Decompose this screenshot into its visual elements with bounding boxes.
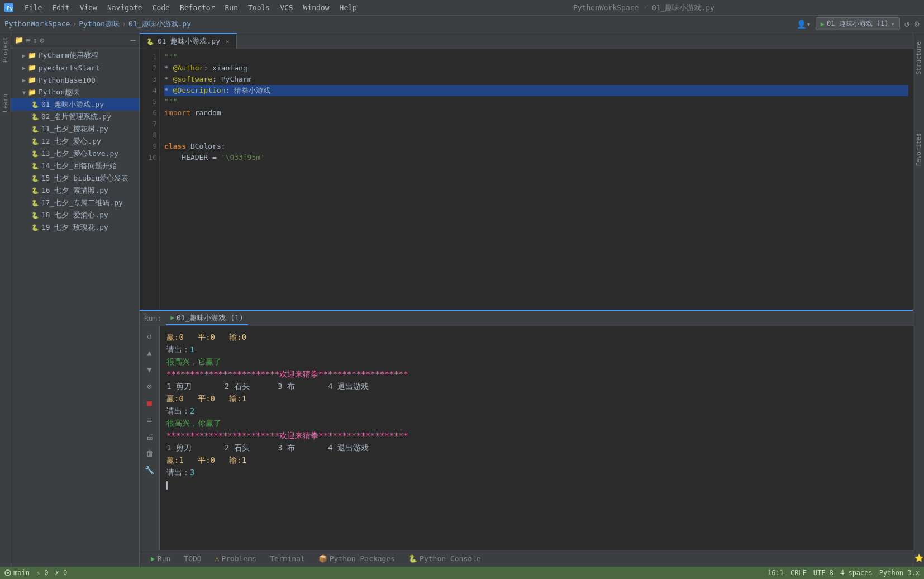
svg-point-3 (7, 572, 9, 574)
clear-button[interactable]: 🗑 (142, 446, 157, 461)
menu-window[interactable]: Window (299, 2, 334, 13)
tree-file-16[interactable]: 🐍 16_七夕_素描照.py (11, 184, 139, 197)
menu-bar: File Edit View Navigate Code Refactor Ru… (20, 2, 361, 13)
tree-file-01[interactable]: 🐍 01_趣味小游戏.py (11, 98, 139, 111)
status-python[interactable]: Python 3.x (879, 569, 920, 577)
run-tab-active[interactable]: ▶ 01_趣味小游戏 (1) (166, 312, 247, 325)
menu-code[interactable]: Code (148, 2, 174, 13)
user-icon[interactable]: 👤▾ (797, 20, 811, 29)
tree-file-02[interactable]: 🐍 02_名片管理系统.py (11, 111, 139, 123)
run-config-dropdown-icon: ▾ (890, 20, 894, 28)
bottom-tab-bar: ▶ Run TODO ⚠ Problems Terminal 📦 Python … (140, 550, 913, 567)
scroll-down-button[interactable]: ▼ (142, 362, 157, 377)
code-line-6: import random (164, 107, 908, 118)
menu-edit[interactable]: Edit (47, 2, 74, 13)
tree-folder-pycharm[interactable]: ▶ 📁 PyCharm使用教程 (11, 49, 139, 61)
console-line-5: 1 剪刀 2 石头 3 布 4 退出游戏 (166, 380, 906, 392)
status-position[interactable]: 16:1 (768, 569, 784, 577)
code-content[interactable]: """ * @Author: xiaofang * @software: PyC… (160, 49, 913, 310)
menu-tools[interactable]: Tools (244, 2, 274, 13)
wrap-button[interactable]: ≡ (142, 412, 157, 427)
code-line-2: * @Author: xiaofang (164, 63, 908, 74)
run-icon: ▶ (821, 20, 825, 28)
favorites-label[interactable]: Favorites (914, 129, 923, 171)
console-line-10: 1 剪刀 2 石头 3 布 4 退出游戏 (166, 442, 906, 454)
tree-file-14[interactable]: 🐍 14_七夕_回答问题开始 (11, 160, 139, 172)
tree-collapse-icon[interactable]: ↕ (32, 36, 37, 45)
console-line-1: 赢:0 平:0 输:0 (166, 331, 906, 343)
run-header-label: Run: (144, 314, 161, 322)
menu-navigate[interactable]: Navigate (103, 2, 147, 13)
stop-button[interactable]: ■ (142, 396, 157, 410)
project-settings-icon[interactable]: ⚙ (40, 36, 44, 45)
run-config-label: 01_趣味小游戏 (1) (827, 19, 889, 29)
tree-file-18[interactable]: 🐍 18_七夕_爱涌心.py (11, 209, 139, 221)
scroll-up-button[interactable]: ▲ (142, 345, 157, 360)
breadcrumb-workspace[interactable]: PythonWorkSpace (4, 20, 70, 28)
print-button[interactable]: 🖨 (142, 429, 157, 444)
learn-label[interactable]: Learn (1, 89, 10, 117)
project-tree: ▶ 📁 PyCharm使用教程 ▶ 📁 pyechartsStart ▶ 📁 P… (11, 48, 139, 567)
tab-terminal[interactable]: Terminal (263, 550, 312, 567)
project-label[interactable]: Project (1, 32, 10, 67)
breadcrumb-file[interactable]: 01_趣味小游戏.py (128, 19, 191, 29)
tree-file-17[interactable]: 🐍 17_七夕_专属二维码.py (11, 197, 139, 209)
structure-label[interactable]: Structure (914, 37, 923, 79)
status-errors[interactable]: ✗ 0 (55, 569, 68, 577)
menu-file[interactable]: File (20, 2, 46, 13)
app-logo: Py (4, 3, 13, 12)
editor-tab-active[interactable]: 🐍 01_趣味小游戏.py × (140, 33, 237, 49)
console-line-4: ************************欢迎来猜拳***********… (166, 368, 906, 380)
toolbar-right: 👤▾ ▶ 01_趣味小游戏 (1) ▾ ↺ ⚙ (797, 17, 920, 30)
tree-file-11[interactable]: 🐍 11_七夕_樱花树.py (11, 123, 139, 135)
tab-python-packages[interactable]: 📦 Python Packages (312, 550, 402, 567)
tab-python-console[interactable]: 🐍 Python Console (402, 550, 488, 567)
tree-folder-python-fun[interactable]: ▼ 📁 Python趣味 (11, 86, 139, 98)
settings-icon[interactable]: ⚙ (914, 18, 920, 29)
status-git[interactable]: main (4, 569, 30, 577)
py-file-icon: 🐍 (31, 126, 39, 133)
menu-vcs[interactable]: VCS (275, 2, 297, 13)
tab-todo[interactable]: TODO (177, 550, 208, 567)
tree-file-13[interactable]: 🐍 13_七夕_爱心love.py (11, 148, 139, 160)
breadcrumb-folder[interactable]: Python趣味 (79, 19, 120, 29)
tree-folder-pythonbase[interactable]: ▶ 📁 PythonBase100 (11, 74, 139, 86)
tab-problems[interactable]: ⚠ Problems (208, 550, 263, 567)
tab-run[interactable]: ▶ Run (144, 550, 177, 567)
menu-refactor[interactable]: Refactor (175, 2, 220, 13)
tool-button[interactable]: 🔧 (142, 463, 157, 477)
tab-close-icon[interactable]: × (226, 38, 230, 45)
code-line-3: * @software: PyCharm (164, 74, 908, 85)
tab-file-icon: 🐍 (146, 38, 154, 45)
run-panel-header: Run: ▶ 01_趣味小游戏 (1) (140, 311, 913, 326)
py-file-icon: 🐍 (31, 212, 39, 219)
minimize-icon[interactable]: — (130, 35, 136, 45)
py-file-icon: 🐍 (31, 187, 39, 194)
code-line-8 (164, 130, 908, 141)
menu-help[interactable]: Help (335, 2, 361, 13)
status-warnings[interactable]: ⚠ 0 (36, 569, 49, 577)
status-line-ending[interactable]: CRLF (790, 569, 807, 577)
status-bar: main ⚠ 0 ✗ 0 16:1 CRLF UTF-8 4 spaces Py… (0, 567, 924, 579)
rerun-button[interactable]: ↺ (142, 329, 157, 343)
menu-view[interactable]: View (75, 2, 102, 13)
run-config-selector[interactable]: ▶ 01_趣味小游戏 (1) ▾ (816, 17, 900, 30)
left-sidebar: Project Learn (0, 32, 11, 567)
tree-file-19[interactable]: 🐍 19_七夕_玫瑰花.py (11, 221, 139, 234)
tree-folder-pyecharts[interactable]: ▶ 📁 pyechartsStart (11, 61, 139, 74)
refresh-icon[interactable]: ↺ (904, 18, 910, 29)
code-editor[interactable]: 1 2 3 4 5 6 7 8 9 10 """ * @Author: xiao… (140, 49, 913, 310)
chevron-icon: ▶ (22, 65, 26, 71)
console-line-3: 很高兴，它赢了 (166, 355, 906, 368)
status-indent[interactable]: 4 spaces (840, 569, 873, 577)
title-bar: Py File Edit View Navigate Code Refactor… (0, 0, 924, 16)
tree-file-15[interactable]: 🐍 15_七夕_biubiu爱心发表 (11, 172, 139, 184)
svg-text:Py: Py (7, 6, 13, 11)
tree-file-12[interactable]: 🐍 12_七夕_爱心.py (11, 135, 139, 148)
star-icon[interactable]: ⭐ (915, 554, 923, 562)
settings-run-button[interactable]: ⚙ (142, 379, 157, 393)
status-encoding[interactable]: UTF-8 (813, 569, 833, 577)
code-line-9: class BColors: (164, 141, 908, 152)
menu-run[interactable]: Run (221, 2, 242, 13)
tree-expand-icon[interactable]: ≡ (26, 36, 30, 45)
